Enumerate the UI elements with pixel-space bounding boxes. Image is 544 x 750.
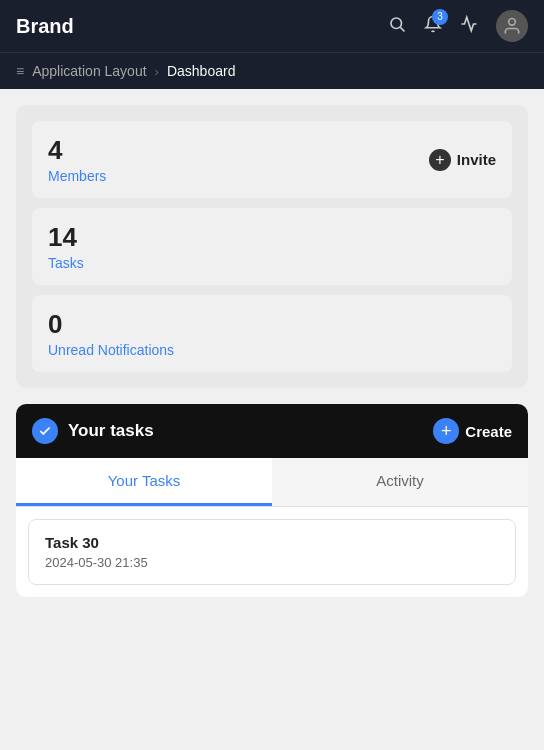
tasks-label: Tasks xyxy=(48,255,496,271)
tasks-section: Your tasks + Create Your Tasks Activity … xyxy=(16,404,528,597)
svg-point-2 xyxy=(509,19,516,26)
svg-line-1 xyxy=(400,27,404,31)
notifications-count: 0 xyxy=(48,309,496,340)
main-content: 4 Members + Invite 14 Tasks 0 Unread Not… xyxy=(0,89,544,613)
invite-label: Invite xyxy=(457,151,496,168)
tasks-header: Your tasks + Create xyxy=(16,404,528,458)
tab-your-tasks[interactable]: Your Tasks xyxy=(16,458,272,506)
breadcrumb-current: Dashboard xyxy=(167,63,236,79)
task-name: Task 30 xyxy=(45,534,499,551)
tasks-section-title: Your tasks xyxy=(68,421,154,441)
create-plus-icon: + xyxy=(433,418,459,444)
tasks-header-left: Your tasks xyxy=(32,418,154,444)
members-count: 4 xyxy=(48,135,106,166)
notification-icon[interactable]: 3 xyxy=(424,15,442,38)
breadcrumb-parent[interactable]: Application Layout xyxy=(32,63,146,79)
task-card[interactable]: Task 30 2024-05-30 21:35 xyxy=(28,519,516,585)
create-label: Create xyxy=(465,423,512,440)
invite-plus-icon: + xyxy=(429,149,451,171)
tabs-bar: Your Tasks Activity xyxy=(16,458,528,507)
members-label: Members xyxy=(48,168,106,184)
brand-title: Brand xyxy=(16,15,74,38)
notification-badge: 3 xyxy=(432,9,448,25)
task-date: 2024-05-30 21:35 xyxy=(45,555,499,570)
invite-button[interactable]: + Invite xyxy=(429,149,496,171)
tasks-stat: 14 Tasks xyxy=(32,208,512,285)
svg-point-0 xyxy=(391,18,402,29)
menu-icon[interactable]: ≡ xyxy=(16,63,24,79)
tasks-count: 14 xyxy=(48,222,496,253)
breadcrumb-bar: ≡ Application Layout › Dashboard xyxy=(0,52,544,89)
search-icon[interactable] xyxy=(388,15,406,38)
breadcrumb-separator: › xyxy=(155,64,159,79)
members-stat: 4 Members + Invite xyxy=(32,121,512,198)
create-button[interactable]: + Create xyxy=(433,418,512,444)
notifications-stat: 0 Unread Notifications xyxy=(32,295,512,372)
top-nav: Brand 3 xyxy=(0,0,544,52)
notifications-label: Unread Notifications xyxy=(48,342,496,358)
check-circle-icon xyxy=(32,418,58,444)
nav-icons: 3 xyxy=(388,10,528,42)
tab-activity[interactable]: Activity xyxy=(272,458,528,506)
stats-card: 4 Members + Invite 14 Tasks 0 Unread Not… xyxy=(16,105,528,388)
user-avatar[interactable] xyxy=(496,10,528,42)
task-list: Task 30 2024-05-30 21:35 xyxy=(16,507,528,597)
activity-icon[interactable] xyxy=(460,15,478,38)
